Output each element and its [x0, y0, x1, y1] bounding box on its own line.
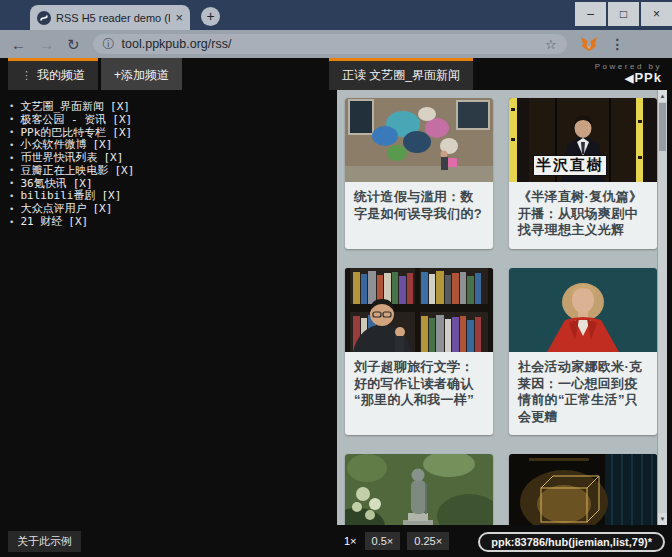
article-card[interactable]: 居家工作的日子里，你: [509, 454, 657, 525]
article-image-naomi-klein: [509, 268, 657, 352]
article-image-graffiti-wall: [345, 98, 493, 182]
maximize-button[interactable]: □: [608, 2, 639, 26]
bullet-icon: •: [9, 140, 14, 150]
bullet-icon: •: [9, 153, 14, 163]
bullet-icon: •: [9, 101, 14, 111]
minimize-button[interactable]: –: [575, 2, 606, 26]
feed-list: •文艺圈_界面新闻[X] •极客公园 - 资讯[X] •PPk的巴比特专栏[X]…: [0, 90, 337, 525]
feed-link[interactable]: 21 财经: [20, 214, 62, 229]
article-title: 统计造假与滥用：数字是如何误导我们的?: [345, 182, 493, 232]
bullet-icon: •: [9, 127, 14, 137]
article-image-author-bookshelf: [345, 268, 493, 352]
bullet-icon: •: [9, 191, 14, 201]
article-image-hanzawa-naoki: 半沢直樹: [509, 98, 657, 182]
feed-remove-button[interactable]: [X]: [110, 100, 130, 113]
article-title: 社会活动家娜欧米·克莱因：一心想回到疫情前的“正常生活”只会更糟: [509, 352, 657, 436]
reading-feed-tab[interactable]: 正读 文艺圈_界面新闻: [329, 58, 473, 90]
feed-remove-button[interactable]: [X]: [92, 202, 112, 215]
my-channels-label: 我的频道: [37, 67, 85, 84]
feed-remove-button[interactable]: [X]: [101, 189, 121, 202]
poster-logo-text: 半沢直樹: [533, 155, 607, 176]
tab-favicon-icon: [37, 11, 51, 25]
ppk-brand: Powered by ◀PPk: [595, 58, 672, 90]
page-header: ⋮ 我的频道 +添加频道 正读 文艺圈_界面新闻 Powered by ◀PPk: [0, 58, 672, 90]
zoom-025x-button[interactable]: 0.25×: [407, 532, 449, 550]
browser-menu-icon[interactable]: ⋮: [611, 36, 625, 52]
ppk-address-pill[interactable]: ppk:83786/hub(jiemian,list,79)*: [478, 532, 665, 552]
feed-remove-button[interactable]: [X]: [68, 215, 88, 228]
scroll-up-icon[interactable]: ▲: [658, 90, 667, 102]
content-scrollbar[interactable]: ▲ ▼: [657, 90, 667, 525]
article-title: 刘子超聊旅行文学：好的写作让读者确认“那里的人和我一样”: [345, 352, 493, 419]
metamask-extension-icon[interactable]: [580, 36, 598, 52]
scroll-down-icon[interactable]: ▼: [658, 513, 667, 525]
forward-icon[interactable]: →: [39, 37, 54, 52]
about-example-button[interactable]: 关于此示例: [8, 531, 81, 552]
grip-icon: ⋮: [21, 69, 32, 82]
feed-remove-button[interactable]: [X]: [112, 113, 132, 126]
article-title: 《半泽直树·复仇篇》开播：从职场爽剧中找寻理想主义光辉: [509, 182, 657, 249]
my-channels-tab[interactable]: ⋮ 我的频道: [8, 58, 98, 90]
browser-tab[interactable]: RSS H5 reader demo (Powere ×: [30, 5, 190, 30]
browser-toolbar: ← → ↻ ⓘ tool.ppkpub.org/rss/ ☆ ⋮: [0, 30, 672, 58]
article-card[interactable]: 刘子超聊旅行文学：好的写作让读者确认“那里的人和我一样”: [345, 268, 493, 436]
article-card[interactable]: 半沢直樹 《半泽直树·复仇篇》开播：从职场爽剧中找寻理想主义光辉: [509, 98, 657, 249]
scrollbar-thumb[interactable]: [659, 103, 666, 151]
new-tab-button[interactable]: +: [201, 7, 220, 26]
bullet-icon: •: [9, 114, 14, 124]
bullet-icon: •: [9, 165, 14, 175]
feed-remove-button[interactable]: [X]: [114, 164, 134, 177]
add-channel-button[interactable]: +添加频道: [101, 58, 182, 90]
bookmark-star-icon[interactable]: ☆: [545, 37, 557, 52]
feed-remove-button[interactable]: [X]: [112, 126, 132, 139]
bullet-icon: •: [9, 204, 14, 214]
address-bar[interactable]: ⓘ tool.ppkpub.org/rss/ ☆: [93, 34, 567, 54]
site-info-icon[interactable]: ⓘ: [103, 36, 115, 53]
tab-title: RSS H5 reader demo (Powere: [56, 12, 170, 24]
titlebar: RSS H5 reader demo (Powere × + – □ ×: [0, 0, 672, 30]
article-card[interactable]: 社会活动家娜欧米·克莱因：一心想回到疫情前的“正常生活”只会更糟: [509, 268, 657, 436]
feed-item: •21 财经[X]: [9, 215, 337, 228]
bullet-icon: •: [9, 217, 14, 227]
article-image-basho-statue: [345, 454, 493, 525]
article-image-dark-glass-room: [509, 454, 657, 525]
article-card[interactable]: 统计造假与滥用：数字是如何误导我们的?: [345, 98, 493, 249]
zoom-controls: 1× 0.5× 0.25×: [343, 532, 449, 550]
zoom-05x-button[interactable]: 0.5×: [365, 532, 401, 550]
ppk-logo-arrow-icon: ◀: [625, 72, 634, 84]
footer-bar: 关于此示例 1× 0.5× 0.25× ppk:83786/hub(jiemia…: [0, 525, 672, 557]
tab-close-icon[interactable]: ×: [175, 11, 183, 24]
article-grid-container: 统计造假与滥用：数字是如何误导我们的?: [337, 90, 667, 525]
close-window-button[interactable]: ×: [641, 2, 672, 26]
main-area: •文艺圈_界面新闻[X] •极客公园 - 资讯[X] •PPk的巴比特专栏[X]…: [0, 90, 672, 525]
reload-icon[interactable]: ↻: [67, 37, 80, 52]
url-text[interactable]: tool.ppkpub.org/rss/: [122, 37, 538, 51]
zoom-1x-button[interactable]: 1×: [343, 532, 358, 550]
ppk-logo-text: PPk: [634, 70, 662, 85]
article-card[interactable]: 《奥州小道》：松尾芭: [345, 454, 493, 525]
window-controls: – □ ×: [575, 2, 672, 26]
back-icon[interactable]: ←: [11, 37, 26, 52]
bullet-icon: •: [9, 178, 14, 188]
